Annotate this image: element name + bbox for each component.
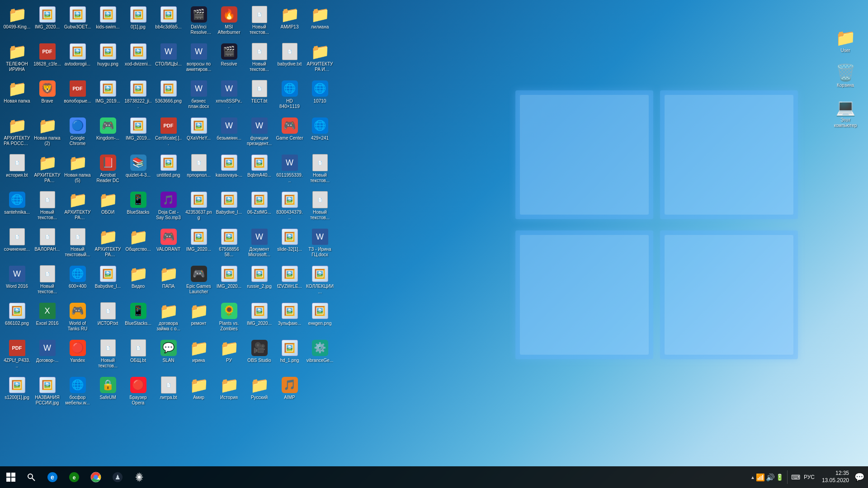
desktop-icon-r3c1[interactable]: PDF волоборые... bbox=[63, 78, 92, 114]
desktop-icon-r8c5[interactable]: 🖼️ 686102.png bbox=[2, 300, 32, 336]
desktop-icon-r10c9[interactable]: 📁 Амир bbox=[184, 374, 213, 410]
desktop-icon-r8c10[interactable]: 📁 договора займа с о... bbox=[154, 300, 183, 336]
desktop-icon-r10c5[interactable]: 🌐 босфор мебелы.w... bbox=[63, 374, 92, 410]
taskbar-keyboard-icon[interactable]: ⌨ bbox=[791, 474, 800, 481]
desktop-icon-r8c11[interactable]: 📁 ремонт bbox=[184, 300, 213, 336]
taskbar-edge[interactable]: e bbox=[42, 466, 63, 488]
desktop-icon-r7c3[interactable]: W Документ Microsoft... bbox=[245, 226, 274, 262]
desktop-icon-r4c4[interactable]: 🖼️ QXaVHeY... bbox=[184, 115, 213, 151]
taskbar-chrome[interactable] bbox=[85, 466, 107, 488]
desktop-icon-r8c12[interactable]: 🌻 Plants vs. Zombies bbox=[214, 300, 244, 336]
right-icon-Корзина[interactable]: 🗑️ Корзина bbox=[827, 62, 863, 90]
desktop-icon-r8c4[interactable]: 🖼️ КОЛЛЕКЦИИ... bbox=[305, 263, 335, 299]
desktop-icon-r7c9[interactable]: 🖼️ Babydive_l... bbox=[93, 263, 123, 299]
desktop-icon-r3c7[interactable]: 📄 ТЕСТ.bt bbox=[245, 78, 274, 114]
search-button[interactable] bbox=[23, 466, 40, 488]
desktop-icon-r7c1[interactable]: 🖼️ IMG_2020... bbox=[184, 226, 213, 262]
desktop-icon-r4c10[interactable]: 📁 АРХИТЕКТУРА ВЛАДИМИР bbox=[33, 152, 62, 188]
desktop-icon-r1c1[interactable]: 📁 00499-King... bbox=[2, 4, 32, 40]
taskbar-edge-new[interactable]: e bbox=[63, 466, 85, 488]
desktop-icon-r5c11[interactable]: 📁 ОБОИ bbox=[93, 189, 123, 225]
desktop-icon-r1c5[interactable]: 🖼️ 0[1].jpg bbox=[123, 4, 153, 40]
desktop-icon-r2c11[interactable]: 📁 Новая папка bbox=[2, 78, 32, 114]
systray-network[interactable]: 📶 bbox=[756, 473, 765, 482]
desktop-icon-r2c1[interactable]: PDF 18628_c1fe... bbox=[33, 41, 62, 77]
desktop-icon-r2c10[interactable]: 📁 АРХИТЕКТУРА И СКУЛЬП... bbox=[305, 41, 335, 77]
desktop-icon-r9c8[interactable]: 📄 ОБЩ.bt bbox=[123, 337, 153, 373]
desktop-icon-r2c12[interactable]: 🦁 Brave bbox=[33, 78, 62, 114]
desktop-icon-r6c10[interactable]: 📁 АРХИТЕКТУРА СКУЛЬПТУ... bbox=[93, 226, 123, 262]
desktop-icon-r10c3[interactable]: 🖼️ s1200[1].jpg bbox=[2, 374, 32, 410]
systray-arrow[interactable]: ▲ bbox=[750, 475, 755, 480]
desktop-icon-r3c4[interactable]: 🖼️ 5363666.png bbox=[154, 78, 183, 114]
desktop-icon-r8c8[interactable]: 📄 ИСТОР.txt bbox=[93, 300, 123, 336]
desktop-icon-r1c4[interactable]: 🖼️ kids-swim... bbox=[93, 4, 123, 40]
desktop-icon-r4c8[interactable]: 🌐 429×241 bbox=[305, 115, 335, 151]
desktop-icon-r7c12[interactable]: 🎮 Epic Games Launcher bbox=[184, 263, 213, 299]
desktop-icon-r5c2[interactable]: 🖼️ untitled.png bbox=[154, 152, 183, 188]
desktop-icon-r2c4[interactable]: 🖼️ xod-dvizeni... bbox=[123, 41, 153, 77]
taskbar-steam[interactable]: ♟ bbox=[107, 466, 128, 488]
desktop-icon-r9c11[interactable]: 📁 РУ bbox=[214, 337, 244, 373]
desktop-icon-r1c11[interactable]: 📁 лилиана bbox=[305, 4, 335, 40]
desktop-icon-r1c8[interactable]: 🔥 MSI Afterburner bbox=[214, 4, 244, 40]
desktop-icon-r7c10[interactable]: 📁 Видео bbox=[123, 263, 153, 299]
desktop-icon-r5c5[interactable]: 🖼️ BqbmA40... bbox=[245, 152, 274, 188]
desktop-icon-r8c2[interactable]: 🖼️ russie_2.jpg bbox=[245, 263, 274, 299]
desktop-icon-r4c11[interactable]: 📁 Новая папка (5) bbox=[63, 152, 92, 188]
desktop-icon-r9c12[interactable]: 🎥 OBS Studio bbox=[245, 337, 274, 373]
desktop-icon-r10c12[interactable]: 🎵 AIMP bbox=[275, 374, 304, 410]
desktop-icon-r9c3[interactable]: 🖼️ енкgen.png bbox=[305, 300, 335, 336]
desktop-icon-r8c3[interactable]: 🖼️ fZVZWrLE... bbox=[275, 263, 304, 299]
systray-battery[interactable]: 🔋 bbox=[776, 474, 783, 481]
desktop-icon-r1c3[interactable]: 🖼️ Gubw3OET... bbox=[63, 4, 92, 40]
desktop-icon-r6c12[interactable]: 🎮 VALORANT bbox=[154, 226, 183, 262]
desktop-icon-r8c6[interactable]: X Excel 2016 bbox=[33, 300, 62, 336]
desktop-icon-r5c6[interactable]: W 6011955339... bbox=[275, 152, 304, 188]
desktop-icon-r7c4[interactable]: 🖼️ slide-32[1]... bbox=[275, 226, 304, 262]
desktop-icon-r6c8[interactable]: 📄 ВАЛОРАН... bbox=[33, 226, 62, 262]
desktop-icon-r1c9[interactable]: 📄 Новый текстов... bbox=[245, 4, 274, 40]
desktop-icon-r7c2[interactable]: 🖼️ 67568856 58... bbox=[214, 226, 244, 262]
desktop-icon-r1c6[interactable]: 🖼️ bb4c3d6b5... bbox=[154, 4, 183, 40]
desktop-icon-r4c2[interactable]: 🖼️ IMG_2019... bbox=[123, 115, 153, 151]
desktop-icon-r6c1[interactable]: 🎵 Doja Cat - Say So.mp3 bbox=[154, 189, 183, 225]
desktop-icon-r4c1[interactable]: 🎮 Kingdom-... bbox=[93, 115, 123, 151]
desktop-icon-r2c3[interactable]: 🖼️ huygu.png bbox=[93, 41, 123, 77]
desktop-icon-r5c8[interactable]: 🌐 santehnika... bbox=[2, 189, 32, 225]
desktop-icon-r5c10[interactable]: 📁 АРХИТЕКТУРА НОВГОРОД bbox=[63, 189, 92, 225]
desktop-icon-r2c9[interactable]: 📄 babydive.txt bbox=[275, 41, 304, 77]
desktop-icon-r4c6[interactable]: W функции президент... bbox=[245, 115, 274, 151]
desktop-icon-r5c9[interactable]: 📄 Новый текстов... bbox=[33, 189, 62, 225]
desktop-icon-r5c3[interactable]: 📄 прпорпол... bbox=[184, 152, 213, 188]
desktop-icon-r8c1[interactable]: 🖼️ IMG_2020... bbox=[214, 263, 244, 299]
desktop-icon-r4c9[interactable]: 📄 история.bt bbox=[2, 152, 32, 188]
desktop-icon-r5c12[interactable]: 📱 BlueStacks bbox=[123, 189, 153, 225]
desktop-icon-r2c8[interactable]: 📄 Новый текстов... bbox=[245, 41, 274, 77]
desktop-icon-r9c4[interactable]: PDF 4ZPLf_P433... bbox=[2, 337, 32, 373]
desktop-icon-r5c1[interactable]: 📚 quizlet-4-3... bbox=[123, 152, 153, 188]
desktop-icon-r1c7[interactable]: 🎬 DaVinci Resolve Pro... bbox=[184, 4, 213, 40]
desktop-icon-r10c1[interactable]: 🖼️ hd_1.png bbox=[275, 337, 304, 373]
desktop-icon-r9c10[interactable]: 📁 ирина bbox=[184, 337, 213, 373]
desktop-icon-r3c6[interactable]: W xmvx8SSPv... bbox=[214, 78, 244, 114]
desktop-icon-r6c6[interactable]: 📄 Новый текстов... bbox=[305, 189, 335, 225]
desktop-icon-r10c4[interactable]: 🖼️ НАЗВАНИЯ РССИИ.jpg bbox=[33, 374, 62, 410]
desktop-icon-r6c3[interactable]: 🖼️ Babydive_l... bbox=[214, 189, 244, 225]
desktop-icon-r2c7[interactable]: 🎬 Resolve bbox=[214, 41, 244, 77]
desktop-icon-r3c5[interactable]: W бизнес план.docx bbox=[184, 78, 213, 114]
right-icon-Этот компьютер[interactable]: 💻 Этот компьютер bbox=[827, 97, 863, 130]
desktop-icon-r1c12[interactable]: 📁 ТЕЛЕФОН ИРИНА bbox=[2, 41, 32, 77]
desktop-icon-r9c6[interactable]: 🔴 Yandex bbox=[63, 337, 92, 373]
desktop-icon-r10c6[interactable]: 🔒 SafeUM bbox=[93, 374, 123, 410]
desktop-icon-r3c2[interactable]: 🖼️ IMG_2019... bbox=[93, 78, 123, 114]
desktop-icon-r7c11[interactable]: 📁 ПАПА bbox=[154, 263, 183, 299]
desktop-icon-r1c10[interactable]: 📁 АМИР13 bbox=[275, 4, 304, 40]
desktop-icon-r2c5[interactable]: W СТОЛИЦЫ... bbox=[154, 41, 183, 77]
systray-volume[interactable]: 🔊 bbox=[766, 473, 775, 482]
desktop-icon-r6c9[interactable]: 📄 Новый текстовый... bbox=[63, 226, 92, 262]
right-icon-User[interactable]: 📁 User bbox=[827, 27, 863, 55]
desktop-icon-r6c2[interactable]: 🖼️ 42353637.png bbox=[184, 189, 213, 225]
desktop-icon-r10c8[interactable]: 📄 литра.bt bbox=[154, 374, 183, 410]
desktop-icon-r10c7[interactable]: 🔴 Браузер Opera bbox=[123, 374, 153, 410]
